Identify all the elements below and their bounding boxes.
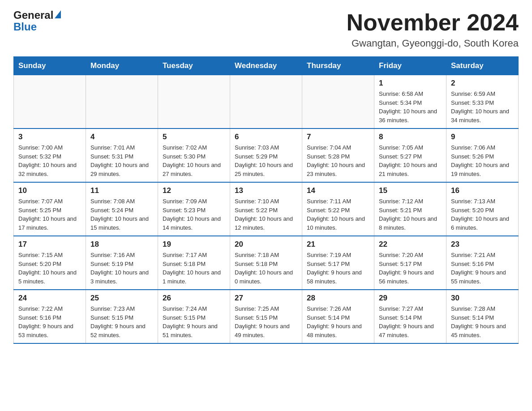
day-info: Sunrise: 7:18 AMSunset: 5:18 PMDaylight:… (235, 251, 297, 286)
day-info: Sunrise: 7:27 AMSunset: 5:14 PMDaylight:… (379, 304, 442, 339)
day-number: 24 (18, 294, 81, 303)
day-number: 26 (163, 294, 225, 303)
calendar-cell: 18Sunrise: 7:16 AMSunset: 5:19 PMDayligh… (86, 236, 158, 290)
day-number: 12 (163, 186, 225, 195)
day-number: 21 (307, 240, 369, 249)
calendar-cell: 17Sunrise: 7:15 AMSunset: 5:20 PMDayligh… (14, 236, 86, 290)
day-info: Sunrise: 7:23 AMSunset: 5:15 PMDaylight:… (90, 304, 153, 339)
col-thursday: Thursday (302, 57, 374, 75)
location-title: Gwangtan, Gyeonggi-do, South Korea (347, 38, 519, 49)
day-info: Sunrise: 7:28 AMSunset: 5:14 PMDaylight:… (451, 304, 514, 339)
calendar-cell: 22Sunrise: 7:20 AMSunset: 5:17 PMDayligh… (374, 236, 446, 290)
calendar-cell: 11Sunrise: 7:08 AMSunset: 5:24 PMDayligh… (86, 182, 158, 236)
day-number: 16 (451, 186, 514, 195)
calendar-cell: 23Sunrise: 7:21 AMSunset: 5:16 PMDayligh… (446, 236, 519, 290)
day-info: Sunrise: 7:05 AMSunset: 5:27 PMDaylight:… (379, 143, 442, 178)
col-tuesday: Tuesday (158, 57, 230, 75)
calendar-cell: 7Sunrise: 7:04 AMSunset: 5:28 PMDaylight… (302, 128, 374, 182)
day-number: 10 (18, 186, 81, 195)
calendar-cell: 5Sunrise: 7:02 AMSunset: 5:30 PMDaylight… (158, 128, 230, 182)
col-sunday: Sunday (14, 57, 86, 75)
day-info: Sunrise: 7:08 AMSunset: 5:24 PMDaylight:… (90, 197, 153, 232)
day-info: Sunrise: 7:22 AMSunset: 5:16 PMDaylight:… (18, 304, 81, 339)
day-number: 25 (90, 294, 153, 303)
day-info: Sunrise: 7:20 AMSunset: 5:17 PMDaylight:… (379, 251, 442, 286)
day-number: 14 (307, 186, 369, 195)
calendar-cell (86, 75, 158, 129)
calendar-cell: 15Sunrise: 7:12 AMSunset: 5:21 PMDayligh… (374, 182, 446, 236)
calendar-week-row: 10Sunrise: 7:07 AMSunset: 5:25 PMDayligh… (14, 182, 519, 236)
day-number: 30 (451, 294, 514, 303)
calendar-cell (302, 75, 374, 129)
day-info: Sunrise: 7:02 AMSunset: 5:30 PMDaylight:… (163, 143, 225, 178)
calendar-week-row: 1Sunrise: 6:58 AMSunset: 5:34 PMDaylight… (14, 75, 519, 129)
day-number: 9 (451, 133, 514, 141)
calendar-cell: 1Sunrise: 6:58 AMSunset: 5:34 PMDaylight… (374, 75, 446, 129)
day-info: Sunrise: 7:10 AMSunset: 5:22 PMDaylight:… (235, 197, 297, 232)
month-title: November 2024 (347, 9, 519, 36)
calendar-cell: 24Sunrise: 7:22 AMSunset: 5:16 PMDayligh… (14, 290, 86, 343)
calendar-cell: 8Sunrise: 7:05 AMSunset: 5:27 PMDaylight… (374, 128, 446, 182)
day-info: Sunrise: 7:00 AMSunset: 5:32 PMDaylight:… (18, 143, 81, 178)
day-info: Sunrise: 7:04 AMSunset: 5:28 PMDaylight:… (307, 143, 369, 178)
col-friday: Friday (374, 57, 446, 75)
col-saturday: Saturday (446, 57, 519, 75)
day-info: Sunrise: 7:16 AMSunset: 5:19 PMDaylight:… (90, 251, 153, 286)
calendar-cell (14, 75, 86, 129)
logo-blue-text: Blue (13, 21, 37, 33)
day-info: Sunrise: 7:26 AMSunset: 5:14 PMDaylight:… (307, 304, 369, 339)
calendar-week-row: 24Sunrise: 7:22 AMSunset: 5:16 PMDayligh… (14, 290, 519, 343)
day-number: 22 (379, 240, 442, 249)
day-number: 1 (379, 79, 442, 88)
day-number: 17 (18, 240, 81, 249)
logo-general-text: General (13, 9, 53, 21)
calendar-cell: 21Sunrise: 7:19 AMSunset: 5:17 PMDayligh… (302, 236, 374, 290)
calendar-cell: 2Sunrise: 6:59 AMSunset: 5:33 PMDaylight… (446, 75, 519, 129)
logo: General Blue (13, 9, 61, 33)
title-area: November 2024 Gwangtan, Gyeonggi-do, Sou… (347, 9, 519, 49)
calendar-cell: 30Sunrise: 7:28 AMSunset: 5:14 PMDayligh… (446, 290, 519, 343)
day-number: 7 (307, 133, 369, 141)
calendar-cell: 20Sunrise: 7:18 AMSunset: 5:18 PMDayligh… (230, 236, 302, 290)
day-number: 28 (307, 294, 369, 303)
day-info: Sunrise: 7:15 AMSunset: 5:20 PMDaylight:… (18, 251, 81, 286)
calendar-cell: 25Sunrise: 7:23 AMSunset: 5:15 PMDayligh… (86, 290, 158, 343)
day-number: 13 (235, 186, 297, 195)
day-info: Sunrise: 7:13 AMSunset: 5:20 PMDaylight:… (451, 197, 514, 232)
day-number: 11 (90, 186, 153, 195)
calendar-cell: 12Sunrise: 7:09 AMSunset: 5:23 PMDayligh… (158, 182, 230, 236)
calendar-week-row: 17Sunrise: 7:15 AMSunset: 5:20 PMDayligh… (14, 236, 519, 290)
day-number: 23 (451, 240, 514, 249)
day-info: Sunrise: 6:59 AMSunset: 5:33 PMDaylight:… (451, 90, 514, 124)
day-info: Sunrise: 7:11 AMSunset: 5:22 PMDaylight:… (307, 197, 369, 232)
col-wednesday: Wednesday (230, 57, 302, 75)
calendar-cell: 16Sunrise: 7:13 AMSunset: 5:20 PMDayligh… (446, 182, 519, 236)
day-number: 8 (379, 133, 442, 141)
calendar-cell: 13Sunrise: 7:10 AMSunset: 5:22 PMDayligh… (230, 182, 302, 236)
day-number: 27 (235, 294, 297, 303)
day-info: Sunrise: 7:25 AMSunset: 5:15 PMDaylight:… (235, 304, 297, 339)
day-number: 5 (163, 133, 225, 141)
calendar-cell: 3Sunrise: 7:00 AMSunset: 5:32 PMDaylight… (14, 128, 86, 182)
day-number: 18 (90, 240, 153, 249)
day-number: 3 (18, 133, 81, 141)
day-number: 29 (379, 294, 442, 303)
calendar-cell (158, 75, 230, 129)
col-monday: Monday (86, 57, 158, 75)
day-number: 2 (451, 79, 514, 88)
calendar-table: Sunday Monday Tuesday Wednesday Thursday… (13, 56, 519, 344)
calendar-cell: 9Sunrise: 7:06 AMSunset: 5:26 PMDaylight… (446, 128, 519, 182)
calendar-cell: 19Sunrise: 7:17 AMSunset: 5:18 PMDayligh… (158, 236, 230, 290)
day-info: Sunrise: 7:03 AMSunset: 5:29 PMDaylight:… (235, 143, 297, 178)
day-number: 19 (163, 240, 225, 249)
calendar-cell: 4Sunrise: 7:01 AMSunset: 5:31 PMDaylight… (86, 128, 158, 182)
day-info: Sunrise: 7:09 AMSunset: 5:23 PMDaylight:… (163, 197, 225, 232)
logo-arrow-icon (55, 10, 61, 18)
day-info: Sunrise: 7:24 AMSunset: 5:15 PMDaylight:… (163, 304, 225, 339)
calendar-cell: 26Sunrise: 7:24 AMSunset: 5:15 PMDayligh… (158, 290, 230, 343)
calendar-cell: 29Sunrise: 7:27 AMSunset: 5:14 PMDayligh… (374, 290, 446, 343)
day-number: 20 (235, 240, 297, 249)
day-number: 6 (235, 133, 297, 141)
day-info: Sunrise: 7:17 AMSunset: 5:18 PMDaylight:… (163, 251, 225, 286)
calendar-week-row: 3Sunrise: 7:00 AMSunset: 5:32 PMDaylight… (14, 128, 519, 182)
